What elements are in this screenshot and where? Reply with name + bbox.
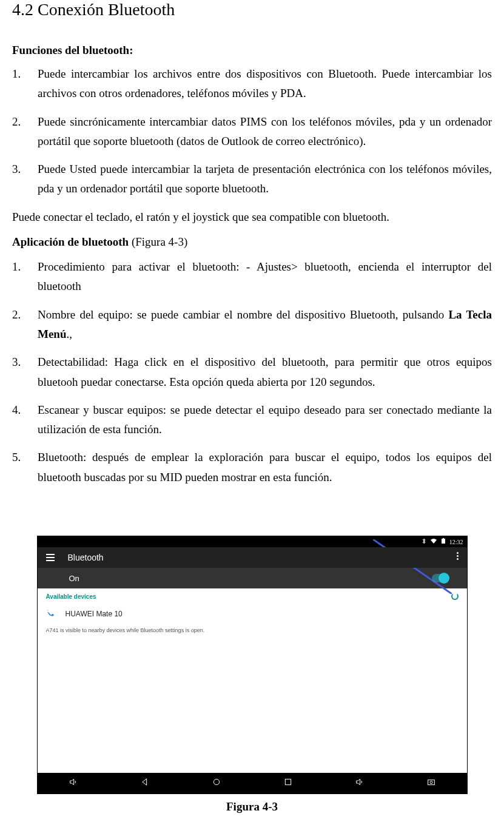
figure-caption: Figura 4-3 — [12, 800, 492, 814]
list-item: 4.Escanear y buscar equipos: se puede de… — [12, 400, 492, 440]
svg-point-3 — [213, 779, 219, 784]
svg-point-6 — [430, 781, 432, 784]
volume-up-icon[interactable] — [355, 777, 365, 789]
overflow-icon[interactable] — [457, 552, 459, 560]
svg-rect-2 — [443, 538, 444, 539]
section-title: 4.2 Conexión Bluetooth — [12, 0, 492, 19]
functions-heading: Funciones del bluetooth: — [12, 44, 492, 57]
list-item: 1.Puede intercambiar los archivos entre … — [12, 64, 492, 104]
list-item: 5.Bluetooth: después de emplear la explo… — [12, 448, 492, 487]
blank-area — [38, 639, 467, 773]
recents-icon[interactable] — [283, 777, 293, 789]
available-label: Available devices — [46, 593, 96, 600]
list-text: Puede intercambiar los archivos entre do… — [38, 67, 492, 99]
list-item: 2.Puede sincrónicamente intercambiar dat… — [12, 112, 492, 152]
device-name: HUAWEI Mate 10 — [66, 610, 123, 618]
back-icon[interactable] — [140, 777, 150, 789]
svg-rect-4 — [285, 779, 291, 784]
list-text: Puede sincrónicamente intercambiar datos… — [38, 115, 492, 147]
app-heading-rest: (Figura 4-3) — [129, 235, 187, 248]
spinner-icon — [451, 593, 459, 600]
annotation-label: Programa de aplicación — [255, 536, 358, 548]
toggle-switch[interactable] — [432, 574, 449, 582]
list-text: Bluetooth: después de emplear la explora… — [38, 451, 492, 483]
app-list: 1.Procedimiento para activar el bluetoot… — [12, 257, 492, 487]
list-item: 2.Nombre del equipo: se puede cambiar el… — [12, 305, 492, 345]
screenshot-icon[interactable] — [426, 777, 436, 789]
functions-list: 1.Puede intercambiar los archivos entre … — [12, 64, 492, 199]
list-text: Procedimiento para activar el bluetooth:… — [38, 260, 492, 292]
list-text: Detectabilidad: Haga click en el disposi… — [38, 355, 492, 388]
app-bar-title: Bluetooth — [68, 553, 104, 562]
volume-down-icon[interactable] — [69, 777, 78, 789]
list-text: Puede Usted puede intercambiar la tarjet… — [38, 163, 492, 195]
hamburger-icon[interactable] — [46, 554, 55, 561]
phone-icon — [46, 609, 55, 619]
app-bar: Bluetooth — [38, 547, 467, 568]
list-item: 3.Puede Usted puede intercambiar la tarj… — [12, 160, 492, 199]
list-item: 3.Detectabilidad: Haga click en el dispo… — [12, 352, 492, 392]
on-label: On — [69, 574, 79, 583]
annotation-area: Programa de aplicación 12:32 — [12, 536, 492, 794]
functions-extra: Puede conectar el teclado, el ratón y el… — [12, 207, 492, 227]
home-icon[interactable] — [212, 777, 221, 789]
device-row[interactable]: HUAWEI Mate 10 — [38, 604, 467, 624]
app-heading-bold: Aplicación de bluetooth — [12, 235, 129, 248]
nav-bar — [38, 773, 467, 793]
app-heading: Aplicación de bluetooth (Figura 4-3) — [12, 235, 492, 249]
list-text: Escanear y buscar equipos: se puede dete… — [38, 403, 492, 436]
list-text: Nombre del equipo: se puede cambiar el n… — [38, 308, 448, 321]
visibility-note: A741 is visible to nearby devices while … — [38, 624, 467, 639]
svg-rect-5 — [428, 780, 434, 785]
list-text-tail: ., — [67, 328, 73, 340]
list-item: 1.Procedimiento para activar el bluetoot… — [12, 257, 492, 297]
